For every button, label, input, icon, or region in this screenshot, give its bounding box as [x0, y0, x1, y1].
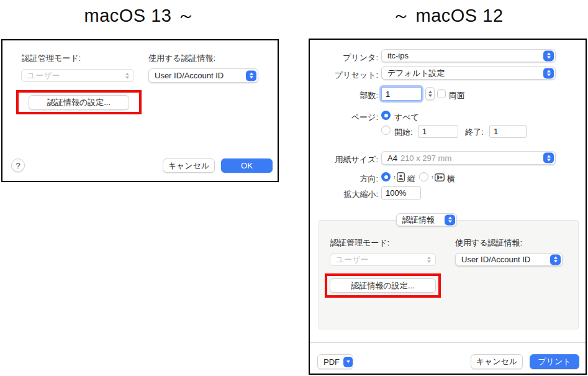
- copies-label: 部数:: [310, 90, 378, 101]
- auth-mode-select: ユーザー: [330, 254, 436, 266]
- chevron-up-down-icon: [427, 257, 431, 263]
- auth-section-panel: 認証管理モード: 使用する認証情報: ユーザー User ID/Account …: [319, 220, 579, 329]
- paper-size-select-value: A4: [387, 154, 397, 163]
- auth-mode-select: ユーザー: [21, 69, 134, 82]
- auth-mode-select-value: ユーザー: [27, 70, 60, 81]
- pages-from-label: 開始:: [394, 127, 413, 138]
- screenshot-canvas: macOS 13 ～ ～ macOS 12 認証管理モード: ユーザー 使用する…: [0, 0, 588, 376]
- credential-label: 使用する認証情報:: [148, 53, 215, 64]
- caption-macos12: ～ macOS 12: [309, 4, 587, 29]
- chevron-up-down-icon: [543, 153, 554, 163]
- pane-selector[interactable]: 認証情報: [396, 213, 457, 226]
- footer-divider: [310, 342, 586, 342]
- portrait-radio[interactable]: [381, 172, 391, 181]
- caption-macos13: macOS 13 ～: [0, 4, 279, 29]
- copies-stepper[interactable]: [425, 87, 435, 100]
- orientation-label: 方向:: [310, 173, 378, 185]
- cancel-button[interactable]: キャンセル: [471, 354, 523, 369]
- credential-select[interactable]: User ID/Account ID: [148, 68, 258, 83]
- landscape-arrow-icon: ↑: [431, 174, 434, 180]
- scale-label: 拡大縮小:: [310, 189, 378, 200]
- pane-selector-value: 認証情報: [402, 214, 435, 226]
- printer-select[interactable]: itc-ips: [381, 49, 556, 62]
- pages-from-input[interactable]: [418, 125, 458, 138]
- paper-size-label: 用紙サイズ:: [310, 154, 378, 165]
- portrait-arrow-icon: ↑: [393, 174, 396, 180]
- chevron-up-down-icon: [543, 68, 554, 78]
- landscape-radio[interactable]: [419, 172, 428, 181]
- printer-label: プリンタ:: [310, 52, 378, 63]
- pdf-menu-label: PDF: [323, 357, 340, 367]
- copies-input[interactable]: [381, 87, 422, 101]
- credential-settings-button[interactable]: 認証情報の設定...: [29, 95, 129, 110]
- chevron-up-down-icon: [246, 70, 256, 81]
- annotation-red-box: 認証情報の設定...: [16, 90, 142, 114]
- cancel-button[interactable]: キャンセル: [163, 158, 215, 173]
- ok-button[interactable]: OK: [221, 158, 273, 173]
- scale-input[interactable]: [381, 186, 421, 199]
- annotation-red-box: 認証情報の設定...: [325, 273, 441, 298]
- preset-select[interactable]: デフォルト設定: [381, 66, 556, 80]
- preset-label: プリセット:: [310, 70, 378, 81]
- auth-dialog-macos13: 認証管理モード: ユーザー 使用する認証情報: User ID/Account …: [1, 39, 279, 182]
- pages-to-input[interactable]: [489, 125, 527, 138]
- print-button[interactable]: プリント: [530, 354, 579, 369]
- paper-size-select[interactable]: A4 210 x 297 mm: [381, 151, 556, 165]
- chevron-up-down-icon: [550, 254, 561, 265]
- landscape-label: 横: [447, 173, 455, 185]
- chevron-down-icon: [343, 357, 353, 367]
- pages-all-label: すべて: [394, 112, 419, 123]
- pages-all-radio[interactable]: [381, 111, 391, 120]
- pdf-menu-button[interactable]: PDF: [317, 354, 353, 369]
- landscape-orientation-icon: [435, 173, 445, 184]
- pages-label: ページ:: [310, 112, 378, 123]
- preset-select-value: デフォルト設定: [387, 68, 445, 79]
- credential-settings-button[interactable]: 認証情報の設定...: [330, 278, 436, 293]
- auth-mode-label: 認証管理モード:: [22, 53, 81, 64]
- two-sided-label: 両面: [449, 90, 465, 101]
- printer-select-value: itc-ips: [387, 51, 409, 60]
- paper-size-dimensions: 210 x 297 mm: [400, 154, 451, 163]
- auth-mode-select-value: ユーザー: [336, 254, 369, 265]
- credential-select[interactable]: User ID/Account ID: [455, 253, 563, 266]
- credential-select-value: User ID/Account ID: [461, 255, 530, 264]
- chevron-up-down-icon: [543, 50, 554, 61]
- auth-mode-label: 認証管理モード:: [330, 237, 389, 249]
- pages-range-radio[interactable]: [381, 126, 391, 135]
- print-dialog-macos12: プリンタ: itc-ips プリセット: デフォルト設定 部数: 両面 ページ:…: [309, 39, 587, 375]
- pages-to-label: 終了:: [465, 127, 484, 138]
- credential-select-value: User ID/Account ID: [155, 71, 224, 80]
- credential-label: 使用する認証情報:: [455, 237, 522, 249]
- portrait-orientation-icon: [397, 172, 405, 185]
- chevron-up-down-icon: [445, 214, 455, 225]
- two-sided-checkbox[interactable]: [437, 89, 446, 98]
- chevron-up-down-icon: [125, 73, 129, 79]
- help-button[interactable]: ?: [11, 158, 25, 172]
- portrait-label: 縦: [407, 173, 415, 185]
